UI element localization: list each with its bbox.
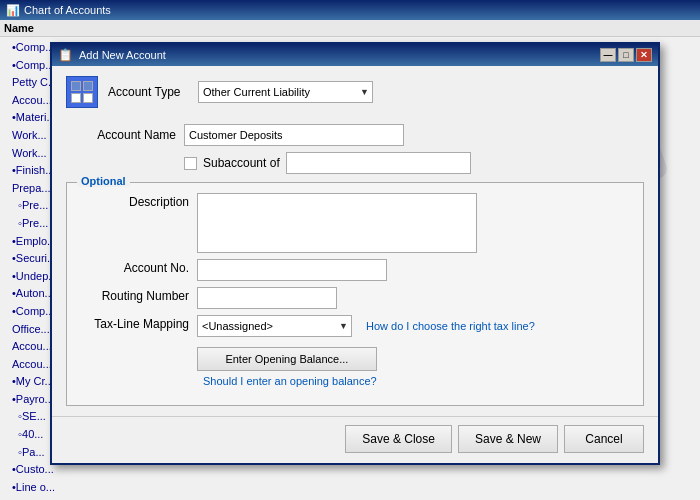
- account-type-row: Account Type Other Current Liability ▼: [66, 76, 644, 108]
- description-label: Description: [79, 193, 189, 209]
- tax-line-select[interactable]: <Unassigned>: [197, 315, 352, 337]
- tax-line-help-link[interactable]: How do I choose the right tax line?: [366, 320, 535, 332]
- account-name-input[interactable]: [184, 124, 404, 146]
- cancel-button[interactable]: Cancel: [564, 425, 644, 453]
- subaccount-row: Subaccount of: [66, 152, 644, 174]
- opening-balance-label-spacer: [79, 343, 189, 345]
- description-row: Description: [79, 193, 631, 253]
- chart-icon: 📊: [6, 4, 20, 17]
- modal-titlebar: 📋 Add New Account — □ ✕: [52, 44, 658, 66]
- tax-line-select-wrapper: <Unassigned> ▼: [197, 315, 352, 337]
- enter-opening-balance-button[interactable]: Enter Opening Balance...: [197, 347, 377, 371]
- account-name-row: Account Name: [66, 124, 644, 146]
- chart-title: Chart of Accounts: [24, 4, 111, 16]
- minimize-button[interactable]: —: [600, 48, 616, 62]
- account-no-label: Account No.: [79, 259, 189, 275]
- account-type-select[interactable]: Other Current Liability: [198, 81, 373, 103]
- subaccount-controls: Subaccount of: [184, 152, 471, 174]
- tax-line-label: Tax-Line Mapping: [79, 315, 189, 331]
- tax-line-controls: <Unassigned> ▼ How do I choose the right…: [197, 315, 535, 337]
- opening-balance-controls: Enter Opening Balance... Should I enter …: [197, 343, 377, 387]
- opening-balance-help-link[interactable]: Should I enter an opening balance?: [203, 375, 377, 387]
- list-item: •Line o...: [8, 479, 692, 497]
- modal-title-group: 📋 Add New Account: [58, 48, 166, 62]
- form-section: Account Name Subaccount of: [66, 124, 644, 174]
- subaccount-checkbox[interactable]: [184, 157, 197, 170]
- routing-number-row: Routing Number: [79, 287, 631, 309]
- modal-title: Add New Account: [79, 49, 166, 61]
- save-new-button[interactable]: Save & New: [458, 425, 558, 453]
- description-textarea[interactable]: [197, 193, 477, 253]
- account-type-icon: [66, 76, 98, 108]
- maximize-button[interactable]: □: [618, 48, 634, 62]
- chart-of-accounts-titlebar: 📊 Chart of Accounts: [0, 0, 700, 20]
- add-new-account-dialog: 📋 Add New Account — □ ✕ Account Type: [50, 42, 660, 465]
- optional-group: Optional Description Account No. Routing…: [66, 182, 644, 406]
- account-name-label: Account Name: [66, 128, 176, 142]
- optional-legend: Optional: [77, 175, 130, 187]
- routing-number-label: Routing Number: [79, 287, 189, 303]
- modal-window-controls: — □ ✕: [600, 48, 652, 62]
- account-type-select-wrapper: Other Current Liability ▼: [198, 81, 373, 103]
- account-no-input[interactable]: [197, 259, 387, 281]
- tax-line-row: Tax-Line Mapping <Unassigned> ▼ How do I…: [79, 315, 631, 337]
- modal-title-icon: 📋: [58, 48, 73, 62]
- list-item: •Auto I...: [8, 496, 692, 500]
- close-button[interactable]: ✕: [636, 48, 652, 62]
- modal-footer: Save & Close Save & New Cancel: [52, 417, 658, 463]
- account-type-label: Account Type: [108, 85, 188, 99]
- subaccount-input[interactable]: [286, 152, 471, 174]
- column-header: Name: [0, 20, 700, 37]
- opening-balance-row: Enter Opening Balance... Should I enter …: [79, 343, 631, 387]
- subaccount-of-label: Subaccount of: [203, 156, 280, 170]
- modal-body: Account Type Other Current Liability ▼ A…: [52, 66, 658, 416]
- account-no-row: Account No.: [79, 259, 631, 281]
- save-close-button[interactable]: Save & Close: [345, 425, 452, 453]
- routing-number-input[interactable]: [197, 287, 337, 309]
